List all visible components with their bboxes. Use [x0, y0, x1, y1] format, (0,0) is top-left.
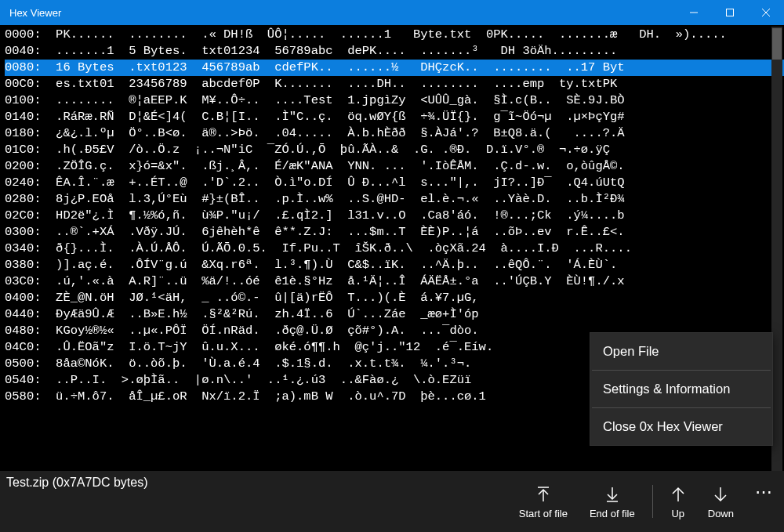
hex-line[interactable]: 0280: 8j¿P.EOå l.3,Ú°Eù #}±(BÎ.. .p.Ì..w… [5, 191, 784, 208]
hex-line[interactable]: 0080: 16 Bytes .txt0123 456789ab cdefPK.… [5, 60, 784, 76]
hex-line[interactable]: 0440: ÐyÆä9Û.Æ ..B»E.h½ .§²&²Rú. zh.4Ï..… [5, 306, 784, 323]
cmd-label: Start of file [519, 508, 568, 519]
arrow-bottom-icon [604, 484, 620, 505]
arrow-top-icon [535, 484, 551, 505]
status-bar: Test.zip (0x7A7DC bytes) Start of file E… [0, 471, 784, 532]
down-button[interactable]: Down [697, 471, 745, 532]
arrow-down-icon [713, 484, 728, 505]
up-button[interactable]: Up [659, 471, 697, 532]
hex-line[interactable]: 01C0: .h(.Ð5£V /ò..Ö.z ¡..¬N"iC ¯ZÓ.Ú.,Õ… [5, 142, 784, 158]
hex-line[interactable]: 03C0: .ú,'.«.à A.R]¨..ü %ä/!..óé ê1è.§°H… [5, 273, 784, 290]
hex-line[interactable]: 00C0: es.txt01 23456789 abcdef0P K......… [5, 76, 784, 92]
hex-line[interactable]: 0100: ........ ®¦aEEP.K M¥..Ô÷.. ....Tes… [5, 92, 784, 109]
separator [652, 485, 653, 518]
cmd-label: Up [671, 508, 684, 519]
context-menu: Open File Settings & Information Close 0… [590, 332, 773, 446]
window-title: Hex Viewer [0, 7, 676, 19]
hex-line[interactable]: 0140: .RáRæ.RÑ D¦&É<]4( C.B¦[I.. .Ì"C..ç… [5, 109, 784, 125]
status-file-info: Test.zip (0x7A7DC bytes) [0, 471, 156, 532]
hex-line[interactable]: 0380: )].aç.é. .ÔÍV¨g.ú &Xq.r6ª. l.³.¶).… [5, 257, 784, 273]
hex-line[interactable]: 0340: ð{}...Ì. .À.Ú.ÅÔ. Ú.ÃÕ.0.5. If.Pu.… [5, 241, 784, 257]
maximize-button[interactable] [712, 0, 748, 25]
hex-line[interactable]: 02C0: HD2ë"¿.Ì ¶.½%ó,ñ. ù¾P."u¡/ .£.qÌ2.… [5, 208, 784, 224]
hex-line[interactable]: 0200: .ZÖÎG.ç. x}ó=&x". .ßj.¸Â,. É/æK"AN… [5, 158, 784, 175]
hex-line[interactable]: 0400: ZÈ_@N.öH JØ.¹<äH, _ ..ó©.- û|[ä)rË… [5, 290, 784, 306]
hex-line[interactable]: 0180: ¿&¿.l.ºµ Ö°..B<ø. ä®..>Þö. .04....… [5, 125, 784, 142]
window-controls [676, 0, 784, 25]
scroll-thumb[interactable] [772, 28, 782, 60]
more-button[interactable]: ⋯ [745, 471, 784, 532]
arrow-up-icon [670, 484, 686, 505]
hex-line[interactable]: 0000: PK...... ........ .« DH!ß ÛÔ¦.....… [5, 27, 784, 43]
menu-settings[interactable]: Settings & Information [590, 371, 772, 407]
minimize-button[interactable] [676, 0, 712, 25]
cmd-label: Down [708, 508, 734, 519]
hex-line[interactable]: 0240: ÊA.Î.¨.æ +..ÉT..@ .'D`.2.. Ò.ì"o.D… [5, 175, 784, 191]
scrollbar[interactable] [771, 27, 782, 471]
start-of-file-button[interactable]: Start of file [508, 471, 579, 532]
svg-rect-1 [727, 9, 734, 16]
close-button[interactable] [748, 0, 784, 25]
title-bar: Hex Viewer [0, 0, 784, 25]
cmd-label: End of file [590, 508, 635, 519]
end-of-file-button[interactable]: End of file [579, 471, 646, 532]
hex-line[interactable]: 0040: .......1 5 Bytes. txt01234 56789ab… [5, 43, 784, 60]
menu-close[interactable]: Close 0x Hex Viewer [590, 408, 772, 445]
menu-open-file[interactable]: Open File [590, 333, 772, 370]
hex-line[interactable]: 0300: ..®`.+XÁ .Vðÿ.JÚ. 6jêhèh*ê ê**.Z.J… [5, 224, 784, 241]
